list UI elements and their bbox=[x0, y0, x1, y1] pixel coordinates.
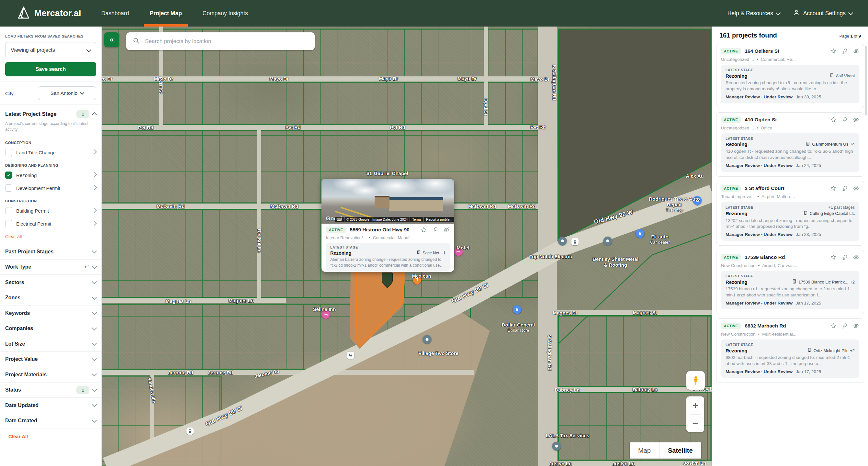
chevron-right-icon[interactable] bbox=[92, 149, 97, 154]
pin-icon[interactable] bbox=[841, 254, 848, 261]
dot-pin-icon[interactable] bbox=[423, 335, 432, 344]
stage-checkbox-row[interactable]: Electrical Permit bbox=[0, 217, 101, 230]
company-name[interactable]: Asif Virani bbox=[836, 73, 855, 78]
filter-section[interactable]: Zones bbox=[0, 290, 101, 305]
stage-checkbox-row[interactable]: Rezoning bbox=[0, 169, 101, 181]
search-input[interactable] bbox=[145, 38, 308, 45]
poi-label[interactable]: Village Two Store bbox=[418, 351, 459, 356]
project-card[interactable]: ACTIVE 2 St afford Court Tenant Improve.… bbox=[716, 181, 864, 246]
checkbox[interactable] bbox=[5, 220, 12, 227]
latest-project-stage-header[interactable]: Latest Project Stage 1 bbox=[0, 105, 101, 120]
checkbox[interactable] bbox=[5, 185, 12, 192]
filter-section[interactable]: Date Created bbox=[0, 413, 101, 429]
poi-label[interactable]: Mexican bbox=[412, 273, 431, 279]
stage-checkbox-row[interactable]: Development Permit bbox=[0, 181, 101, 195]
chevron-right-icon[interactable] bbox=[92, 221, 97, 226]
poi-label[interactable]: Rodriquez Tire & Auto RepairTire shop bbox=[648, 196, 701, 213]
chevron-right-icon[interactable] bbox=[92, 185, 97, 190]
hide-eye-icon[interactable] bbox=[853, 323, 859, 329]
company-name[interactable]: Cutting Edge Capital Llc bbox=[810, 211, 855, 216]
poi-label[interactable]: LALA Tax Services bbox=[546, 433, 589, 438]
map-type-map[interactable]: Map bbox=[630, 442, 659, 459]
keyboard-shortcuts-icon[interactable]: ⌨ bbox=[335, 217, 344, 222]
company-extra[interactable]: +2 bbox=[850, 348, 855, 353]
pegman-control[interactable] bbox=[686, 371, 705, 390]
poi-label[interactable]: Top Notch Electric bbox=[529, 254, 572, 260]
map-area[interactable]: Mayo DrMayo DrMayo DrMayo DrMayo DrMayo … bbox=[101, 27, 712, 466]
checkbox[interactable] bbox=[5, 171, 12, 179]
favorite-star-icon[interactable] bbox=[830, 116, 837, 123]
stage-checkbox-row[interactable]: Building Permit bbox=[0, 204, 101, 217]
clear-all-filters-link[interactable]: Clear All bbox=[0, 428, 101, 444]
tab-project-map[interactable]: Project Map bbox=[139, 0, 192, 27]
favorite-star-icon[interactable] bbox=[830, 323, 837, 329]
hide-eye-icon[interactable] bbox=[853, 185, 859, 192]
project-card[interactable]: ACTIVE 164 Oelkers St Uncategorized ... … bbox=[716, 44, 864, 108]
collapse-sidebar-button[interactable]: « bbox=[104, 32, 119, 47]
scrollbar-thumb[interactable] bbox=[865, 46, 867, 115]
filter-section[interactable]: Past Project Stages bbox=[0, 244, 101, 259]
shop-pin-icon[interactable] bbox=[513, 305, 522, 314]
chevron-right-icon[interactable] bbox=[92, 172, 97, 177]
selected-project-marker[interactable] bbox=[382, 272, 393, 290]
report-problem-link[interactable]: Report a problem bbox=[424, 217, 454, 222]
poi-label[interactable]: Selina Inn bbox=[313, 306, 336, 312]
map-type-satellite[interactable]: Satellite bbox=[659, 442, 701, 459]
saved-search-select[interactable]: Viewing all projects bbox=[5, 42, 96, 58]
dot-pin-icon[interactable] bbox=[552, 442, 561, 451]
project-card[interactable]: ACTIVE 17539 Blanco Rd New Construction … bbox=[716, 250, 864, 314]
filter-section[interactable]: Lot Size bbox=[0, 336, 101, 352]
map-search-bar[interactable] bbox=[126, 32, 315, 50]
favorite-star-icon[interactable] bbox=[830, 254, 837, 261]
company-extra[interactable]: +4 bbox=[850, 142, 855, 146]
tab-company-insights[interactable]: Company Insights bbox=[192, 0, 258, 27]
map-popup-card[interactable]: Google ⌨ © 2025 Google - Image Date: Jun… bbox=[321, 179, 454, 272]
company-extra[interactable]: +2 bbox=[850, 279, 855, 285]
filter-section[interactable]: Date Updated bbox=[0, 397, 101, 413]
pin-icon[interactable] bbox=[841, 48, 848, 54]
popup-project-title[interactable]: 5559 Historic Old Hwy 90 bbox=[350, 227, 417, 233]
project-card[interactable]: ACTIVE 410 Ogden St Uncategorized ... Of… bbox=[716, 112, 864, 177]
filter-section[interactable]: Project Value bbox=[0, 352, 101, 367]
pagination[interactable]: Page 1 of 9 bbox=[839, 34, 861, 38]
favorite-star-icon[interactable] bbox=[421, 227, 427, 233]
tab-dashboard[interactable]: Dashboard bbox=[91, 0, 140, 27]
brand[interactable]: Mercator.ai bbox=[0, 0, 91, 27]
pin-icon[interactable] bbox=[841, 116, 848, 123]
save-search-button[interactable]: Save search bbox=[5, 62, 96, 76]
checkbox[interactable] bbox=[5, 149, 12, 156]
stage-checkbox-row[interactable]: Land Title Change bbox=[0, 146, 101, 159]
pin-icon[interactable] bbox=[432, 227, 438, 233]
hide-eye-icon[interactable] bbox=[853, 48, 859, 54]
favorite-star-icon[interactable] bbox=[830, 48, 837, 54]
bus-stop-icon[interactable] bbox=[571, 238, 579, 245]
city-select[interactable]: San Antonio bbox=[38, 87, 96, 100]
zoom-out-button[interactable]: − bbox=[686, 414, 704, 432]
zoom-in-button[interactable]: + bbox=[686, 396, 704, 414]
company-extra[interactable]: +1 bbox=[441, 251, 445, 255]
filter-section[interactable]: Companies bbox=[0, 321, 101, 336]
chevron-right-icon[interactable] bbox=[92, 207, 97, 212]
shop-pin-icon[interactable] bbox=[636, 229, 645, 238]
poi-label[interactable]: Fk autoCar dealer bbox=[650, 234, 670, 245]
project-card[interactable]: ACTIVE 6832 Marbach Rd New Construction … bbox=[716, 319, 864, 383]
dot-pin-icon[interactable] bbox=[603, 237, 612, 245]
company-name[interactable]: Sgce Net bbox=[423, 251, 439, 255]
hide-eye-icon[interactable] bbox=[853, 254, 859, 261]
filter-section[interactable]: Project Materials bbox=[0, 367, 101, 382]
filter-section[interactable]: Status 1 bbox=[0, 382, 101, 398]
bus-stop-icon[interactable] bbox=[347, 352, 354, 359]
company-name[interactable]: Gainmomentum Us bbox=[812, 142, 848, 146]
company-name[interactable]: Ortiz Mcknight Pllc bbox=[814, 348, 848, 353]
company-name[interactable]: 17539 Blanco Llc Patrick... bbox=[798, 279, 848, 285]
checkbox[interactable] bbox=[5, 207, 12, 214]
bus-stop-icon[interactable] bbox=[186, 428, 194, 435]
dot-pin-icon[interactable] bbox=[558, 237, 567, 245]
favorite-star-icon[interactable] bbox=[830, 185, 837, 192]
hide-eye-icon[interactable] bbox=[853, 116, 859, 123]
poi-label[interactable]: Motel bbox=[457, 245, 469, 251]
pin-icon[interactable] bbox=[841, 323, 848, 329]
terms-link[interactable]: Terms bbox=[410, 217, 424, 222]
pin-icon[interactable] bbox=[841, 185, 848, 192]
poi-label[interactable]: Bentley Sheet Metal & Roofing bbox=[591, 256, 640, 268]
